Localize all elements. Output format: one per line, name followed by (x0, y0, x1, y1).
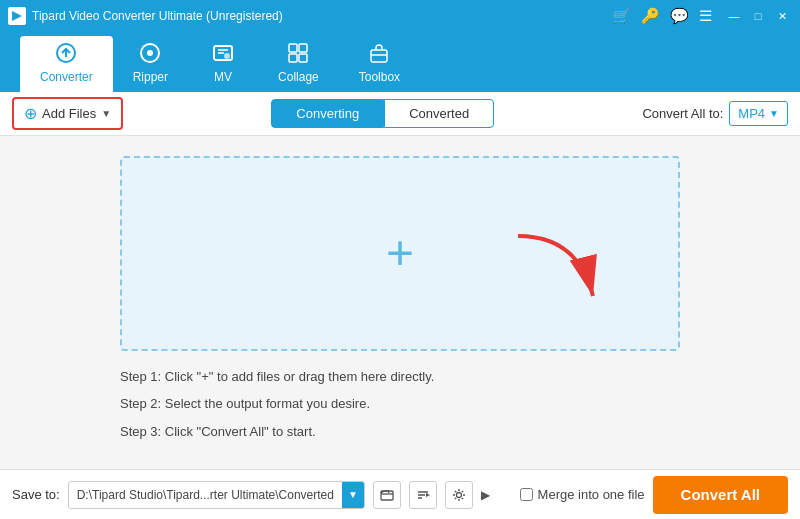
svg-rect-8 (289, 54, 297, 62)
collage-icon (287, 42, 309, 67)
minimize-button[interactable]: — (724, 6, 744, 26)
add-files-dropdown-icon[interactable]: ▼ (101, 108, 111, 119)
mv-icon (212, 42, 234, 67)
tab-converting[interactable]: Converting (271, 99, 384, 128)
ripper-icon (139, 42, 161, 67)
transfer-button[interactable] (409, 481, 437, 509)
add-plus-icon: ⊕ (24, 104, 37, 123)
converter-label: Converter (40, 70, 93, 84)
svg-rect-10 (371, 50, 387, 62)
svg-point-3 (147, 50, 153, 56)
save-to-label: Save to: (12, 487, 60, 502)
toolbox-icon (368, 42, 390, 67)
drop-zone-plus-icon: + (386, 229, 414, 277)
settings-button[interactable] (445, 481, 473, 509)
merge-checkbox[interactable] (520, 488, 533, 501)
save-path-dropdown-icon[interactable]: ▼ (342, 482, 364, 508)
cart-icon[interactable]: 🛒 (612, 7, 631, 25)
chat-icon[interactable]: 💬 (670, 7, 689, 25)
drop-zone[interactable]: + (120, 156, 680, 351)
tab-group: Converting Converted (133, 99, 632, 128)
convert-all-to: Convert All to: MP4 ▼ (642, 101, 788, 126)
svg-marker-14 (426, 493, 430, 497)
svg-marker-0 (12, 11, 22, 21)
collage-label: Collage (278, 70, 319, 84)
tab-converted[interactable]: Converted (384, 99, 494, 128)
nav-bar: Converter Ripper MV Collage Toolbox (0, 32, 800, 92)
open-folder-button[interactable] (373, 481, 401, 509)
window-controls: — □ ✕ (724, 6, 792, 26)
path-arrow-right-icon: ▶ (481, 488, 490, 502)
toolbar: ⊕ Add Files ▼ Converting Converted Conve… (0, 92, 800, 136)
steps-container: Step 1: Click "+" to add files or drag t… (120, 367, 680, 450)
nav-ripper[interactable]: Ripper (113, 36, 188, 92)
format-chevron-icon: ▼ (769, 108, 779, 119)
save-path-text: D:\Tipard Studio\Tipard...rter Ultimate\… (69, 488, 342, 502)
ripper-label: Ripper (133, 70, 168, 84)
svg-rect-9 (299, 54, 307, 62)
key-icon[interactable]: 🔑 (641, 7, 660, 25)
nav-collage[interactable]: Collage (258, 36, 339, 92)
nav-converter[interactable]: Converter (20, 36, 113, 92)
main-content: + Step 1: Click "+" to add files or drag… (0, 136, 800, 469)
format-select[interactable]: MP4 ▼ (729, 101, 788, 126)
merge-checkbox-container: Merge into one file (520, 487, 645, 502)
maximize-button[interactable]: □ (748, 6, 768, 26)
bottom-bar: Save to: D:\Tipard Studio\Tipard...rter … (0, 469, 800, 519)
format-value: MP4 (738, 106, 765, 121)
toolbox-label: Toolbox (359, 70, 400, 84)
add-files-button[interactable]: ⊕ Add Files ▼ (12, 97, 123, 130)
svg-rect-6 (289, 44, 297, 52)
nav-mv[interactable]: MV (188, 36, 258, 92)
step-2: Step 2: Select the output format you des… (120, 394, 680, 414)
svg-point-5 (224, 53, 230, 59)
menu-icon[interactable]: ☰ (699, 7, 712, 25)
save-path-input[interactable]: D:\Tipard Studio\Tipard...rter Ultimate\… (68, 481, 365, 509)
app-icon (8, 7, 26, 25)
convert-all-to-label: Convert All to: (642, 106, 723, 121)
svg-rect-7 (299, 44, 307, 52)
app-title: Tipard Video Converter Ultimate (Unregis… (32, 9, 612, 23)
converter-icon (55, 42, 77, 67)
merge-label[interactable]: Merge into one file (538, 487, 645, 502)
close-button[interactable]: ✕ (772, 6, 792, 26)
convert-all-button[interactable]: Convert All (653, 476, 788, 514)
arrow-indicator (498, 226, 618, 329)
title-bar: Tipard Video Converter Ultimate (Unregis… (0, 0, 800, 32)
step-3: Step 3: Click "Convert All" to start. (120, 422, 680, 442)
nav-toolbox[interactable]: Toolbox (339, 36, 420, 92)
mv-label: MV (214, 70, 232, 84)
step-1: Step 1: Click "+" to add files or drag t… (120, 367, 680, 387)
svg-point-15 (456, 492, 461, 497)
add-files-label: Add Files (42, 106, 96, 121)
